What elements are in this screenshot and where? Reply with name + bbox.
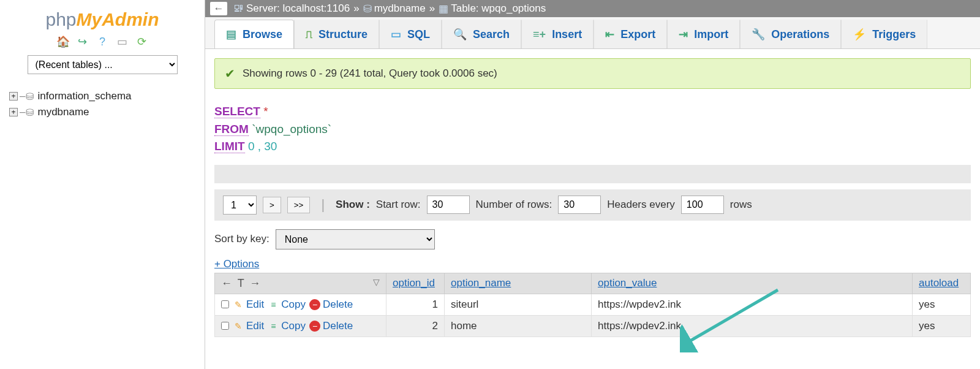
results-table: ← T →▽ option_id option_name option_valu… (214, 273, 971, 337)
table-row: ✎Edit ≡Copy −Delete 2 home https://wpdev… (215, 315, 971, 337)
cell-autoload: yes (913, 294, 971, 315)
sql-icon: ▭ (391, 28, 401, 41)
delete-link[interactable]: −Delete (309, 320, 353, 332)
toolbar-spacer (214, 165, 971, 183)
copy-icon: ≡ (268, 321, 279, 332)
tab-insert[interactable]: ≡+Insert (521, 20, 594, 48)
show-label: Show : (336, 199, 370, 211)
help-icon[interactable]: ? (96, 36, 109, 49)
structure-icon: ⎍ (306, 28, 312, 41)
database-icon: ⛁ (26, 91, 34, 102)
copy-link[interactable]: ≡Copy (268, 320, 306, 332)
db-tree: +–⛁ information_schema +–⛁ mydbname (6, 85, 198, 127)
next-page-button[interactable]: > (263, 197, 281, 213)
row-checkbox[interactable] (221, 322, 229, 330)
main: ← 🖳 Server: localhost:1106 » ⛁ mydbname … (205, 0, 980, 369)
copy-icon: ≡ (268, 299, 279, 310)
start-row-input[interactable] (427, 196, 470, 214)
server-icon: 🖳 (233, 2, 244, 15)
cell-option-value: https://wpdev2.ink (592, 315, 913, 337)
row-checkbox[interactable] (221, 300, 229, 308)
tree-label: mydbname (37, 106, 89, 118)
tab-operations[interactable]: 🔧Operations (740, 20, 841, 48)
success-text: Showing rows 0 - 29 (241 total, Query to… (243, 67, 497, 80)
success-message: ✔ Showing rows 0 - 29 (241 total, Query … (214, 58, 971, 89)
quicklinks: 🏠 ↪ ? ▭ ⟳ (6, 35, 198, 49)
col-option-id[interactable]: option_id (386, 273, 445, 294)
cell-option-id: 2 (386, 315, 445, 337)
tab-import[interactable]: ⇥Import (667, 20, 740, 48)
content: ✔ Showing rows 0 - 29 (241 total, Query … (205, 49, 980, 346)
tab-sql[interactable]: ▭SQL (379, 20, 442, 48)
tab-search[interactable]: 🔍Search (442, 20, 521, 48)
browse-icon: ▤ (226, 28, 236, 41)
sql-query: SELECT * FROM `wpqo_options` LIMIT 0 , 3… (214, 100, 971, 159)
headers-label: Headers every (607, 199, 675, 211)
breadcrumb: ← 🖳 Server: localhost:1106 » ⛁ mydbname … (205, 0, 980, 17)
cell-option-value: https://wpdev2.ink (592, 294, 913, 315)
page-select[interactable]: 1 (223, 196, 257, 215)
triggers-icon: ⚡ (853, 28, 866, 41)
operations-icon: 🔧 (752, 28, 765, 41)
last-page-button[interactable]: >> (287, 197, 311, 213)
docs-icon[interactable]: ▭ (115, 35, 129, 48)
tree-item[interactable]: +–⛁ mydbname (9, 106, 195, 118)
pencil-icon: ✎ (233, 299, 244, 310)
breadcrumb-db[interactable]: mydbname (374, 2, 426, 15)
tab-structure[interactable]: ⎍Structure (294, 20, 379, 48)
num-rows-label: Number of rows: (476, 199, 552, 211)
logo[interactable]: phpMyAdmin (6, 9, 198, 30)
actions-header: ← T →▽ (215, 273, 386, 294)
insert-icon: ≡+ (533, 28, 546, 41)
delete-icon: − (309, 299, 320, 310)
sort-select[interactable]: None (276, 229, 435, 249)
copy-link[interactable]: ≡Copy (268, 299, 306, 311)
table-row: ✎Edit ≡Copy −Delete 1 siteurl https://wp… (215, 294, 971, 315)
expand-icon[interactable]: + (9, 92, 18, 101)
col-option-value[interactable]: option_value (592, 273, 913, 294)
num-rows-input[interactable] (558, 196, 601, 214)
database-icon: ⛁ (363, 2, 372, 15)
tabs: ▤Browse ⎍Structure ▭SQL 🔍Search ≡+Insert… (205, 17, 980, 49)
tree-label: information_schema (37, 90, 131, 102)
logo-part2: MyAdmin (77, 9, 159, 29)
import-icon: ⇥ (679, 28, 688, 41)
check-icon: ✔ (225, 66, 235, 81)
back-button[interactable]: ← (210, 2, 227, 15)
sort-by-key: Sort by key: None (214, 229, 971, 249)
home-icon[interactable]: 🏠 (56, 35, 70, 48)
cell-autoload: yes (913, 315, 971, 337)
table-icon: ▦ (439, 2, 448, 15)
breadcrumb-server[interactable]: Server: localhost:1106 (246, 2, 350, 15)
tree-item[interactable]: +–⛁ information_schema (9, 90, 195, 102)
reload-icon[interactable]: ⟳ (135, 35, 148, 48)
export-icon: ⇤ (605, 28, 614, 41)
breadcrumb-table[interactable]: Table: wpqo_options (451, 2, 546, 15)
pencil-icon: ✎ (233, 321, 244, 332)
options-link[interactable]: + Options (214, 258, 259, 270)
headers-input[interactable] (681, 196, 724, 214)
cell-option-id: 1 (386, 294, 445, 315)
rows-label: rows (730, 199, 752, 211)
logo-part1: php (45, 9, 76, 29)
tab-export[interactable]: ⇤Export (594, 20, 667, 48)
database-icon: ⛁ (26, 107, 34, 118)
recent-tables-select[interactable]: (Recent tables) ... (28, 55, 178, 74)
cell-option-name: siteurl (445, 294, 592, 315)
expand-icon[interactable]: + (9, 108, 18, 116)
edit-link[interactable]: ✎Edit (233, 299, 264, 311)
logout-icon[interactable]: ↪ (76, 35, 89, 48)
search-icon: 🔍 (453, 28, 467, 41)
delete-icon: − (309, 321, 320, 332)
start-row-label: Start row: (376, 199, 421, 211)
sidebar: phpMyAdmin 🏠 ↪ ? ▭ ⟳ (Recent tables) ...… (0, 0, 205, 369)
col-autoload[interactable]: autoload (913, 273, 971, 294)
delete-link[interactable]: −Delete (309, 299, 353, 311)
edit-link[interactable]: ✎Edit (233, 320, 264, 332)
col-option-name[interactable]: option_name (445, 273, 592, 294)
tab-triggers[interactable]: ⚡Triggers (841, 20, 927, 48)
sort-label: Sort by key: (214, 233, 270, 245)
cell-option-name: home (445, 315, 592, 337)
pager: 1 > >> | Show : Start row: Number of row… (214, 189, 971, 221)
tab-browse[interactable]: ▤Browse (214, 20, 294, 48)
